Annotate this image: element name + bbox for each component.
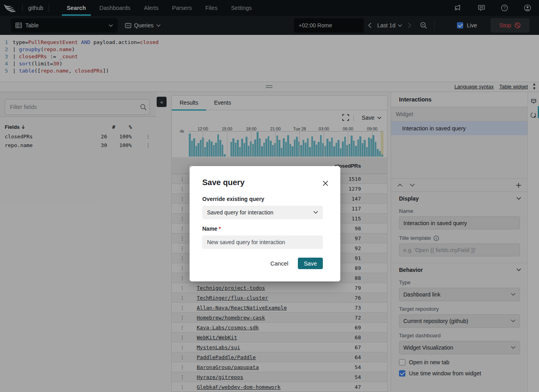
required-asterisk: * — [219, 226, 221, 232]
query-name-label: Name* — [202, 226, 328, 232]
save-button[interactable]: Save — [298, 258, 323, 269]
save-query-modal: Save query Override existing query Saved… — [190, 166, 340, 281]
close-icon[interactable] — [322, 180, 328, 187]
override-query-select[interactable]: Saved query for interaction — [202, 206, 323, 219]
modal-title: Save query — [202, 178, 328, 187]
cancel-button[interactable]: Cancel — [270, 260, 288, 267]
override-query-label: Override existing query — [202, 196, 328, 202]
chevron-down-icon — [313, 211, 318, 214]
query-name-input[interactable] — [202, 235, 323, 249]
